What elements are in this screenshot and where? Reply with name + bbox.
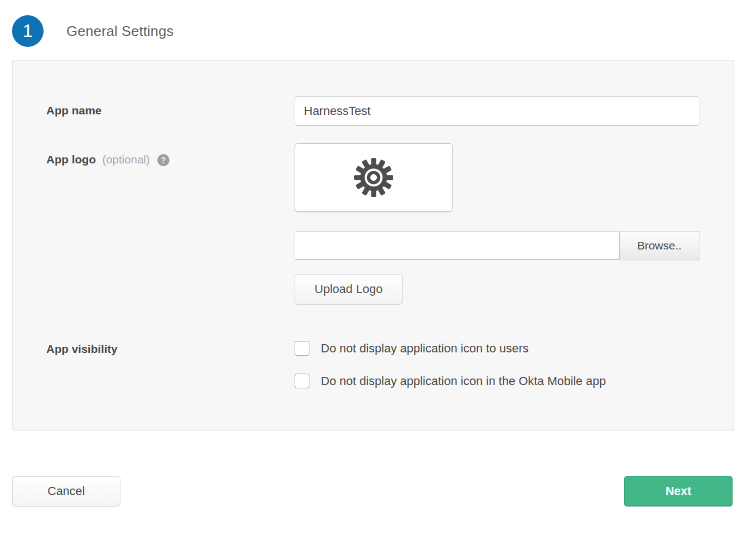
checkbox-hide-icon-okta-mobile-label: Do not display application icon in the O… — [321, 374, 606, 388]
visibility-option-row: Do not display application icon in the O… — [295, 374, 606, 388]
logo-preview-box — [295, 143, 453, 212]
app-logo-optional-note: (optional) — [99, 153, 150, 166]
checkbox-hide-icon-users-label: Do not display application icon to users — [321, 341, 529, 356]
next-button[interactable]: Next — [624, 476, 733, 507]
app-visibility-label: App visibility — [46, 343, 118, 356]
app-name-label: App name — [46, 104, 102, 117]
cancel-button[interactable]: Cancel — [12, 476, 120, 507]
browse-button[interactable]: Browse.. — [619, 231, 699, 260]
general-settings-panel: App name App logo (optional) ? — [12, 60, 734, 430]
general-settings-page: 1 General Settings App name App logo (op… — [0, 0, 756, 537]
checkbox-hide-icon-users[interactable] — [295, 341, 309, 356]
app-logo-label: App logo (optional) ? — [46, 153, 169, 166]
visibility-option-row: Do not display application icon to users — [295, 341, 529, 356]
step-header: 1 General Settings — [12, 15, 174, 47]
upload-logo-button[interactable]: Upload Logo — [295, 274, 403, 304]
step-number-badge: 1 — [12, 15, 44, 47]
question-mark-icon[interactable]: ? — [157, 154, 169, 166]
checkbox-hide-icon-okta-mobile[interactable] — [295, 374, 309, 388]
logo-file-path-field[interactable] — [295, 231, 632, 260]
app-name-input[interactable] — [295, 96, 699, 126]
logo-file-row: Browse.. — [295, 231, 699, 260]
page-title: General Settings — [66, 23, 174, 40]
app-logo-label-text: App logo — [46, 153, 96, 166]
gear-icon — [353, 157, 394, 198]
